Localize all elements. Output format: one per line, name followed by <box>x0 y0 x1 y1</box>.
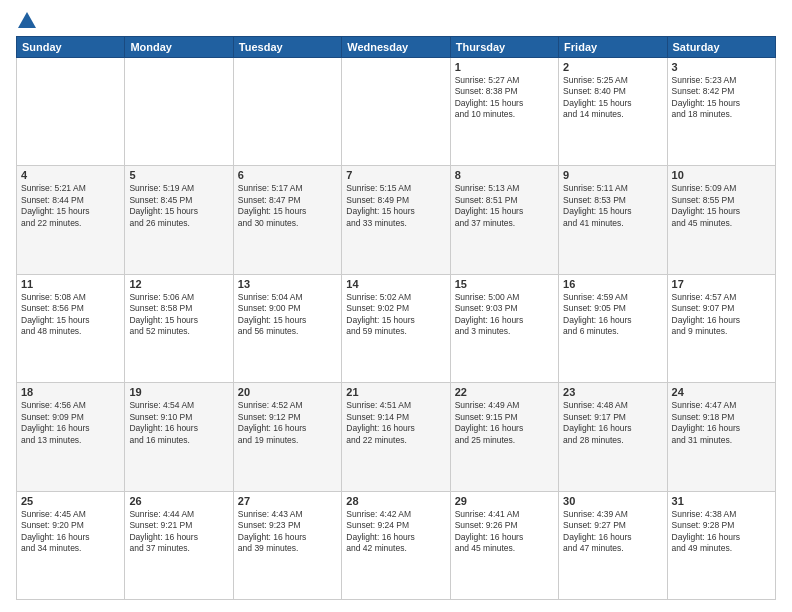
day-number: 31 <box>672 495 771 507</box>
day-cell <box>233 58 341 166</box>
day-info: Sunrise: 4:42 AMSunset: 9:24 PMDaylight:… <box>346 509 445 555</box>
day-cell: 30Sunrise: 4:39 AMSunset: 9:27 PMDayligh… <box>559 491 667 599</box>
day-info: Sunrise: 5:00 AMSunset: 9:03 PMDaylight:… <box>455 292 554 338</box>
day-info: Sunrise: 4:59 AMSunset: 9:05 PMDaylight:… <box>563 292 662 338</box>
day-info: Sunrise: 4:44 AMSunset: 9:21 PMDaylight:… <box>129 509 228 555</box>
day-cell: 15Sunrise: 5:00 AMSunset: 9:03 PMDayligh… <box>450 274 558 382</box>
day-cell: 6Sunrise: 5:17 AMSunset: 8:47 PMDaylight… <box>233 166 341 274</box>
day-number: 7 <box>346 169 445 181</box>
day-cell: 14Sunrise: 5:02 AMSunset: 9:02 PMDayligh… <box>342 274 450 382</box>
day-info: Sunrise: 4:41 AMSunset: 9:26 PMDaylight:… <box>455 509 554 555</box>
day-info: Sunrise: 4:57 AMSunset: 9:07 PMDaylight:… <box>672 292 771 338</box>
logo <box>16 12 36 28</box>
header <box>16 12 776 28</box>
day-cell: 12Sunrise: 5:06 AMSunset: 8:58 PMDayligh… <box>125 274 233 382</box>
day-number: 18 <box>21 386 120 398</box>
day-info: Sunrise: 5:13 AMSunset: 8:51 PMDaylight:… <box>455 183 554 229</box>
day-cell: 9Sunrise: 5:11 AMSunset: 8:53 PMDaylight… <box>559 166 667 274</box>
day-number: 12 <box>129 278 228 290</box>
day-info: Sunrise: 5:23 AMSunset: 8:42 PMDaylight:… <box>672 75 771 121</box>
day-info: Sunrise: 5:09 AMSunset: 8:55 PMDaylight:… <box>672 183 771 229</box>
week-row-0: 1Sunrise: 5:27 AMSunset: 8:38 PMDaylight… <box>17 58 776 166</box>
day-cell: 19Sunrise: 4:54 AMSunset: 9:10 PMDayligh… <box>125 383 233 491</box>
day-number: 9 <box>563 169 662 181</box>
day-info: Sunrise: 5:21 AMSunset: 8:44 PMDaylight:… <box>21 183 120 229</box>
day-info: Sunrise: 5:04 AMSunset: 9:00 PMDaylight:… <box>238 292 337 338</box>
day-cell: 21Sunrise: 4:51 AMSunset: 9:14 PMDayligh… <box>342 383 450 491</box>
header-cell-wednesday: Wednesday <box>342 37 450 58</box>
day-info: Sunrise: 4:45 AMSunset: 9:20 PMDaylight:… <box>21 509 120 555</box>
calendar-header: SundayMondayTuesdayWednesdayThursdayFrid… <box>17 37 776 58</box>
header-row: SundayMondayTuesdayWednesdayThursdayFrid… <box>17 37 776 58</box>
logo-icon <box>18 12 36 28</box>
day-number: 4 <box>21 169 120 181</box>
day-info: Sunrise: 4:54 AMSunset: 9:10 PMDaylight:… <box>129 400 228 446</box>
day-cell: 24Sunrise: 4:47 AMSunset: 9:18 PMDayligh… <box>667 383 775 491</box>
day-cell: 18Sunrise: 4:56 AMSunset: 9:09 PMDayligh… <box>17 383 125 491</box>
week-row-2: 11Sunrise: 5:08 AMSunset: 8:56 PMDayligh… <box>17 274 776 382</box>
day-number: 22 <box>455 386 554 398</box>
header-cell-friday: Friday <box>559 37 667 58</box>
day-info: Sunrise: 5:06 AMSunset: 8:58 PMDaylight:… <box>129 292 228 338</box>
day-cell: 5Sunrise: 5:19 AMSunset: 8:45 PMDaylight… <box>125 166 233 274</box>
day-cell: 17Sunrise: 4:57 AMSunset: 9:07 PMDayligh… <box>667 274 775 382</box>
day-cell: 26Sunrise: 4:44 AMSunset: 9:21 PMDayligh… <box>125 491 233 599</box>
day-cell: 29Sunrise: 4:41 AMSunset: 9:26 PMDayligh… <box>450 491 558 599</box>
day-cell: 8Sunrise: 5:13 AMSunset: 8:51 PMDaylight… <box>450 166 558 274</box>
day-cell: 2Sunrise: 5:25 AMSunset: 8:40 PMDaylight… <box>559 58 667 166</box>
day-number: 11 <box>21 278 120 290</box>
day-info: Sunrise: 5:25 AMSunset: 8:40 PMDaylight:… <box>563 75 662 121</box>
day-number: 6 <box>238 169 337 181</box>
day-number: 10 <box>672 169 771 181</box>
header-cell-monday: Monday <box>125 37 233 58</box>
day-info: Sunrise: 5:17 AMSunset: 8:47 PMDaylight:… <box>238 183 337 229</box>
day-number: 5 <box>129 169 228 181</box>
day-cell: 23Sunrise: 4:48 AMSunset: 9:17 PMDayligh… <box>559 383 667 491</box>
day-number: 2 <box>563 61 662 73</box>
day-number: 15 <box>455 278 554 290</box>
day-number: 25 <box>21 495 120 507</box>
day-cell: 10Sunrise: 5:09 AMSunset: 8:55 PMDayligh… <box>667 166 775 274</box>
day-number: 30 <box>563 495 662 507</box>
week-row-3: 18Sunrise: 4:56 AMSunset: 9:09 PMDayligh… <box>17 383 776 491</box>
week-row-1: 4Sunrise: 5:21 AMSunset: 8:44 PMDaylight… <box>17 166 776 274</box>
day-number: 27 <box>238 495 337 507</box>
day-info: Sunrise: 5:15 AMSunset: 8:49 PMDaylight:… <box>346 183 445 229</box>
header-cell-sunday: Sunday <box>17 37 125 58</box>
day-cell <box>125 58 233 166</box>
day-info: Sunrise: 4:51 AMSunset: 9:14 PMDaylight:… <box>346 400 445 446</box>
day-info: Sunrise: 4:52 AMSunset: 9:12 PMDaylight:… <box>238 400 337 446</box>
day-number: 14 <box>346 278 445 290</box>
header-cell-thursday: Thursday <box>450 37 558 58</box>
day-cell: 25Sunrise: 4:45 AMSunset: 9:20 PMDayligh… <box>17 491 125 599</box>
day-info: Sunrise: 4:39 AMSunset: 9:27 PMDaylight:… <box>563 509 662 555</box>
day-number: 17 <box>672 278 771 290</box>
day-number: 3 <box>672 61 771 73</box>
day-info: Sunrise: 4:49 AMSunset: 9:15 PMDaylight:… <box>455 400 554 446</box>
day-info: Sunrise: 4:47 AMSunset: 9:18 PMDaylight:… <box>672 400 771 446</box>
day-number: 16 <box>563 278 662 290</box>
day-info: Sunrise: 4:48 AMSunset: 9:17 PMDaylight:… <box>563 400 662 446</box>
day-info: Sunrise: 5:02 AMSunset: 9:02 PMDaylight:… <box>346 292 445 338</box>
day-number: 29 <box>455 495 554 507</box>
header-cell-saturday: Saturday <box>667 37 775 58</box>
day-number: 28 <box>346 495 445 507</box>
day-info: Sunrise: 4:56 AMSunset: 9:09 PMDaylight:… <box>21 400 120 446</box>
day-cell: 3Sunrise: 5:23 AMSunset: 8:42 PMDaylight… <box>667 58 775 166</box>
page: SundayMondayTuesdayWednesdayThursdayFrid… <box>0 0 792 612</box>
week-row-4: 25Sunrise: 4:45 AMSunset: 9:20 PMDayligh… <box>17 491 776 599</box>
calendar-body: 1Sunrise: 5:27 AMSunset: 8:38 PMDaylight… <box>17 58 776 600</box>
day-cell: 16Sunrise: 4:59 AMSunset: 9:05 PMDayligh… <box>559 274 667 382</box>
svg-marker-0 <box>18 12 36 28</box>
day-cell: 1Sunrise: 5:27 AMSunset: 8:38 PMDaylight… <box>450 58 558 166</box>
header-cell-tuesday: Tuesday <box>233 37 341 58</box>
day-cell: 31Sunrise: 4:38 AMSunset: 9:28 PMDayligh… <box>667 491 775 599</box>
day-cell: 22Sunrise: 4:49 AMSunset: 9:15 PMDayligh… <box>450 383 558 491</box>
day-cell <box>342 58 450 166</box>
day-cell: 27Sunrise: 4:43 AMSunset: 9:23 PMDayligh… <box>233 491 341 599</box>
day-cell: 13Sunrise: 5:04 AMSunset: 9:00 PMDayligh… <box>233 274 341 382</box>
day-cell: 28Sunrise: 4:42 AMSunset: 9:24 PMDayligh… <box>342 491 450 599</box>
day-number: 8 <box>455 169 554 181</box>
day-number: 20 <box>238 386 337 398</box>
day-number: 13 <box>238 278 337 290</box>
